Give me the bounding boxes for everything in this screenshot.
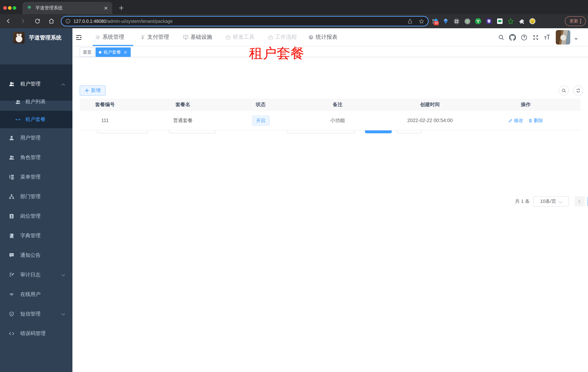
code-icon [9,331,14,337]
extension-chat-icon[interactable] [497,18,503,24]
topnav-item-system[interactable]: 系统管理 [95,28,124,46]
sidebar-item-department-management[interactable]: 部门管理 [0,187,73,206]
extension-puzzle-icon[interactable] [518,18,525,24]
collapse-sidebar-icon[interactable] [74,33,83,41]
add-button[interactable]: 新增 [80,85,106,96]
user-avatar[interactable] [556,30,570,44]
sidebar-item-label: 字典管理 [20,233,41,239]
url-bar[interactable]: 127.0.0.1:48080/admin-ui/system/tenant/p… [61,16,429,26]
page-size-select[interactable]: 10条/页 [533,196,569,206]
browser-tab[interactable]: 芋道管理系统 [22,2,112,14]
forward-icon[interactable] [19,17,27,25]
sidebar-item-label: 岗位管理 [20,213,41,220]
sidebar-item-tenant-package[interactable]: 租户套餐 [0,111,73,128]
pagination: 共 1 条 10条/页 1 前往 页 [73,196,588,206]
sidebar-item-online-users[interactable]: 在线用户 [0,285,73,304]
back-icon[interactable] [4,17,12,25]
trash-icon [528,118,533,123]
window-close-button[interactable] [3,6,7,10]
extensions-row: 10 [431,16,536,26]
share-icon[interactable] [407,19,413,24]
fullscreen-icon[interactable] [532,33,539,41]
topnav-item-workflow[interactable]: 工作流程 [268,28,297,46]
github-icon[interactable] [508,33,516,41]
pencil-icon [508,118,513,123]
reload-icon[interactable] [33,17,41,25]
sidebar-item-role-management[interactable]: 角色管理 [0,148,73,167]
topnav-item-label: 基础设施 [190,34,212,41]
browser-menu-icon[interactable] [580,19,581,23]
sidebar-item-tenant-list[interactable]: 租户列表 [0,94,73,110]
sidebar-item-user-management[interactable]: 用户管理 [0,128,73,148]
shield-icon [9,311,14,317]
bookmark-star-icon[interactable] [419,18,424,24]
sidebar-item-label: 短信管理 [20,311,41,317]
sidebar-item-dict-management[interactable]: 字典管理 [0,226,73,245]
users-icon [9,81,14,87]
tag-tenant-package[interactable]: 租户套餐 [95,47,131,57]
delete-label: 删除 [534,117,543,124]
extension-command-icon[interactable] [453,18,460,24]
font-size-icon[interactable] [543,33,551,41]
sidebar-item-post-management[interactable]: 岗位管理 [0,206,73,226]
dashboard-icon [308,34,314,40]
delete-link[interactable]: 删除 [528,117,543,124]
sidebar-item-tenant-management[interactable]: 租户管理 [0,74,73,94]
cell-package-name: 普通套餐 [130,111,235,130]
topnav-item-label: 研发工具 [233,34,254,41]
new-tab-button[interactable] [116,3,126,13]
tags-view-bar: 首页 租户套餐 [73,46,588,57]
pagination-total: 共 1 条 [515,198,530,205]
edit-link[interactable]: 修改 [508,117,523,124]
toggle-search-button[interactable] [559,85,569,96]
sidebar-item-label: 通知公告 [20,252,41,259]
window-zoom-button[interactable] [13,6,16,10]
topnav-item-infrastructure[interactable]: 基础设施 [183,28,212,46]
sidebar-item-sms-management[interactable]: 短信管理 [0,304,73,324]
site-info-icon[interactable] [65,19,71,24]
tag-close-icon[interactable] [124,50,127,54]
yen-icon [140,34,146,40]
search-icon[interactable] [497,33,505,41]
extension-gem-icon[interactable] [442,18,449,24]
topnav-item-reports[interactable]: 统计报表 [308,28,337,46]
logo[interactable]: 芋道管理系统 [0,28,73,47]
extension-y-icon[interactable] [475,18,481,24]
sidebar-item-error-code[interactable]: 错误码管理 [0,324,73,343]
extension-emoji-icon[interactable] [529,18,536,24]
page-watermark-title: 租户套餐 [249,44,304,63]
help-icon[interactable] [520,33,528,41]
cell-created-time: 2022-02-22 00:54:00 [389,111,471,130]
status-badge: 开启 [252,115,270,126]
extension-diamond-icon[interactable]: 10 [431,18,438,24]
extension-circle-icon[interactable] [464,18,470,24]
sidebar-item-menu-management[interactable]: 菜单管理 [0,167,73,187]
prev-page-button[interactable] [575,196,585,206]
update-button[interactable]: 更新 [565,16,586,26]
badge-icon [9,213,14,219]
users-icon [15,99,21,105]
sidebar-item-notice[interactable]: 通知公告 [0,245,73,265]
refresh-table-button[interactable] [573,85,583,96]
topnav-item-payment[interactable]: 支付管理 [140,28,169,46]
home-icon[interactable] [47,17,55,25]
active-dot-icon [99,51,101,53]
sidebar-item-label: 在线用户 [20,291,41,298]
topnav-item-label: 统计报表 [316,34,337,41]
tab-close-icon[interactable] [104,6,108,10]
sidebar-item-label: 租户列表 [25,98,46,105]
book-icon [9,233,14,239]
window-minimize-button[interactable] [8,6,11,10]
topnav-item-label: 支付管理 [147,34,169,41]
topnav-item-dev-tools[interactable]: 研发工具 [225,28,254,46]
sidebar-item-audit-log[interactable]: 审计日志 [0,265,73,285]
extension-shield-icon[interactable] [486,18,492,24]
extension-star-icon[interactable] [508,18,514,24]
sidebar-item-label: 角色管理 [20,154,41,161]
avatar-dropdown-caret-icon[interactable] [574,38,578,40]
logo-title: 芋道管理系统 [29,34,62,41]
table-row[interactable]: 111 普通套餐 开启 小功能 2022-02-22 00:54:00 修改 删… [80,111,581,130]
message-icon [9,253,14,258]
tag-home[interactable]: 首页 [80,47,95,57]
plus-icon [85,88,89,93]
